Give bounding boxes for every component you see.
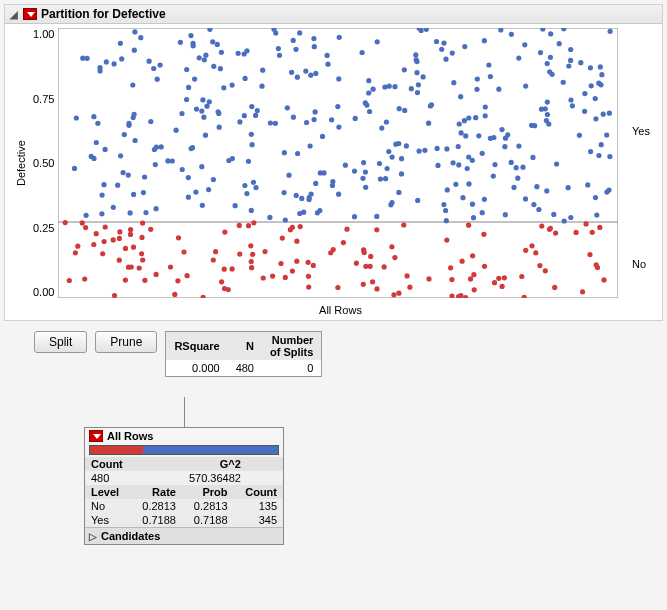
svg-point-201 [467, 181, 472, 186]
svg-point-146 [567, 63, 572, 68]
svg-point-271 [459, 130, 464, 135]
category-axis: Yes No [628, 28, 654, 298]
svg-point-79 [463, 44, 468, 49]
svg-point-173 [131, 192, 136, 197]
svg-point-453 [382, 264, 387, 269]
svg-point-239 [397, 106, 402, 111]
svg-point-377 [123, 246, 128, 251]
svg-point-70 [371, 87, 376, 92]
svg-point-263 [194, 107, 199, 112]
svg-point-203 [416, 82, 421, 87]
svg-point-317 [506, 132, 511, 137]
col-n: N [228, 332, 262, 361]
svg-point-283 [470, 202, 475, 207]
svg-point-43 [444, 57, 449, 62]
svg-point-332 [153, 162, 158, 167]
svg-point-307 [569, 97, 574, 102]
svg-point-357 [470, 253, 475, 258]
svg-point-481 [594, 262, 599, 267]
svg-point-164 [211, 39, 216, 44]
svg-point-262 [474, 115, 479, 120]
svg-point-248 [445, 146, 450, 151]
svg-point-318 [524, 84, 529, 89]
svg-point-444 [459, 293, 464, 298]
partition-plot[interactable]: Defective 1.00 0.75 0.50 0.25 0.00 Yes N… [5, 24, 662, 320]
svg-point-343 [601, 112, 606, 117]
svg-point-167 [251, 180, 256, 185]
svg-point-470 [176, 278, 181, 283]
svg-point-348 [393, 255, 398, 260]
svg-point-82 [402, 67, 407, 72]
svg-point-211 [219, 50, 224, 55]
svg-point-407 [176, 235, 181, 240]
svg-point-327 [399, 156, 404, 161]
svg-point-21 [452, 80, 457, 85]
svg-point-83 [92, 114, 97, 119]
svg-point-140 [387, 149, 392, 154]
svg-point-447 [213, 249, 218, 254]
svg-point-123 [538, 50, 543, 55]
svg-point-162 [190, 145, 195, 150]
svg-point-276 [236, 51, 241, 56]
svg-point-158 [304, 120, 309, 125]
svg-point-320 [242, 113, 247, 118]
svg-point-375 [270, 274, 275, 279]
svg-point-36 [451, 160, 456, 165]
svg-point-214 [100, 211, 105, 216]
svg-point-442 [448, 265, 453, 270]
report-menu-icon[interactable] [23, 8, 37, 20]
chevron-right-icon[interactable]: ▷ [89, 531, 97, 542]
svg-point-102 [304, 69, 309, 74]
svg-point-378 [141, 257, 146, 262]
split-button[interactable]: Split [34, 331, 87, 353]
node-summary-table: Count G^2 480 570.36482 [85, 457, 283, 485]
svg-point-132 [294, 193, 299, 198]
svg-point-441 [311, 263, 316, 268]
svg-point-294 [605, 190, 610, 195]
svg-point-464 [534, 250, 539, 255]
svg-point-265 [416, 198, 421, 203]
svg-point-429 [211, 257, 216, 262]
svg-point-4 [268, 215, 273, 220]
svg-point-67 [337, 35, 342, 40]
svg-point-227 [92, 156, 97, 161]
tree-node-all-rows[interactable]: All Rows Count G^2 480 570.36482 Level R… [84, 427, 284, 545]
svg-point-297 [523, 196, 528, 201]
svg-point-475 [261, 275, 266, 280]
svg-point-352 [553, 285, 558, 290]
svg-point-231 [249, 208, 254, 213]
svg-point-335 [566, 185, 571, 190]
svg-point-288 [568, 58, 573, 63]
svg-point-69 [509, 160, 514, 165]
svg-point-319 [593, 96, 598, 101]
svg-point-459 [397, 291, 402, 296]
disclosure-icon[interactable]: ◢ [9, 9, 19, 19]
svg-point-99 [385, 166, 390, 171]
prune-button[interactable]: Prune [95, 331, 157, 353]
svg-point-423 [295, 239, 300, 244]
svg-point-354 [520, 274, 525, 279]
svg-point-233 [597, 81, 602, 86]
svg-point-171 [415, 70, 420, 75]
svg-point-270 [186, 195, 191, 200]
svg-point-111 [384, 119, 389, 124]
svg-point-372 [80, 220, 85, 225]
svg-point-445 [590, 230, 595, 235]
svg-point-266 [461, 195, 466, 200]
svg-point-66 [202, 115, 207, 120]
svg-point-251 [250, 142, 255, 147]
svg-point-136 [599, 142, 604, 147]
svg-point-64 [582, 109, 587, 114]
svg-point-367 [492, 280, 497, 285]
svg-point-25 [483, 104, 488, 109]
svg-point-196 [282, 150, 287, 155]
svg-point-208 [218, 66, 223, 71]
svg-point-197 [548, 55, 553, 60]
svg-point-389 [580, 289, 585, 294]
svg-point-465 [574, 230, 579, 235]
svg-point-438 [83, 225, 88, 230]
svg-point-433 [543, 268, 548, 273]
node-menu-icon[interactable] [89, 430, 103, 442]
svg-point-330 [589, 83, 594, 88]
svg-point-427 [173, 292, 178, 297]
